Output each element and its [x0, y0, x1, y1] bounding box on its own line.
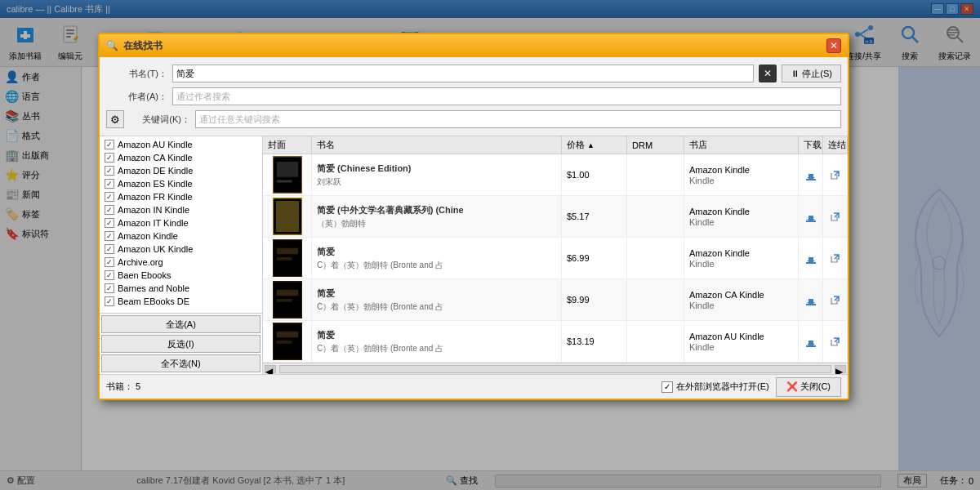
book-thumbnail	[273, 239, 302, 277]
results-list[interactable]: 简爱 (Chinese Edition) 刘宋跃 $1.00 Amazon Ki…	[263, 154, 848, 363]
col-header-title[interactable]: 书名	[312, 136, 562, 154]
svg-rect-48	[806, 220, 816, 222]
result-store-3: Amazon Kindle Kindle	[684, 238, 799, 278]
result-download-4[interactable]	[799, 279, 823, 320]
store-item[interactable]: ✓ Amazon IT Kindle	[101, 216, 261, 229]
store-label: Amazon Kindle	[118, 231, 178, 241]
store-label: Amazon ES Kindle	[118, 179, 193, 189]
store-checkbox[interactable]: ✓	[105, 296, 114, 306]
result-store-1: Amazon Kindle Kindle	[684, 154, 799, 195]
result-row[interactable]: 简爱 (中外文学名著典藏系列) (Chine （英）勃朗特 $5.17 Amaz…	[263, 196, 848, 238]
book-count: 书籍： 5	[106, 381, 140, 393]
col-header-drm[interactable]: DRM	[627, 136, 684, 154]
store-checkbox[interactable]: ✓	[105, 192, 114, 202]
store-item[interactable]: ✓ Amazon IN Kindle	[101, 203, 261, 216]
col-header-download[interactable]: 下载	[799, 136, 823, 154]
result-link-4[interactable]	[823, 279, 848, 320]
store-label: Amazon AU Kindle	[118, 140, 193, 149]
scroll-left-btn[interactable]: ◀	[265, 365, 276, 373]
search-online-modal: 🔍 在线找书 ✕ 书名(T)： ✕ ⏸ 停止(S) 作者(A)： 通过作者搜索 …	[98, 33, 849, 400]
result-drm-1	[627, 154, 684, 195]
col-header-price[interactable]: 价格 ▲	[562, 136, 627, 154]
open-browser-checkbox[interactable]: ✓	[662, 381, 673, 393]
store-item[interactable]: ✓ Amazon UK Kindle	[101, 243, 261, 256]
store-item[interactable]: ✓ Amazon ES Kindle	[101, 177, 261, 190]
svg-rect-50	[276, 248, 297, 255]
modal-close-footer-button[interactable]: ❌ 关闭(C)	[776, 377, 841, 397]
scroll-right-btn[interactable]: ▶	[835, 365, 846, 373]
stop-button[interactable]: ⏸ 停止(S)	[782, 65, 841, 82]
result-cover-2	[263, 196, 312, 237]
result-drm-4	[627, 279, 684, 320]
store-label: Amazon IN Kindle	[118, 205, 189, 215]
store-item[interactable]: ✓ Amazon Kindle	[101, 229, 261, 243]
store-list-scroll[interactable]: ✓ Amazon AU Kindle ✓ Amazon CA Kindle ✓ …	[100, 136, 262, 313]
store-item[interactable]: ✓ Archive.org	[101, 256, 261, 269]
book-author: 刘宋跃	[317, 176, 341, 188]
store-checkbox[interactable]: ✓	[105, 218, 114, 228]
result-row[interactable]: 简爱 (Chinese Edition) 刘宋跃 $1.00 Amazon Ki…	[263, 154, 848, 196]
result-download-5[interactable]	[799, 321, 823, 362]
col-header-link[interactable]: 连结	[823, 136, 848, 154]
svg-rect-58	[276, 332, 297, 338]
horizontal-scroll[interactable]: ◀ ▶	[263, 363, 848, 374]
store-item[interactable]: ✓ Amazon CA Kindle	[101, 151, 261, 164]
store-line2: Kindle	[689, 259, 715, 269]
result-row[interactable]: 简爱 C）着（英）勃朗特 (Bronte and 占 $9.99 Amazon …	[263, 279, 848, 321]
result-row[interactable]: 简爱 C）着（英）勃朗特 (Bronte and 占 $13.19 Amazon…	[263, 321, 848, 363]
deselect-all-stores-button[interactable]: 全不选(N)	[101, 354, 261, 372]
result-title-3: 简爱 C）着（英）勃朗特 (Bronte and 占	[312, 238, 562, 278]
store-item[interactable]: ✓ Amazon FR Kindle	[101, 190, 261, 203]
author-label: 作者(A)：	[106, 91, 167, 103]
svg-rect-59	[276, 341, 292, 344]
book-thumbnail	[273, 281, 302, 318]
open-browser-checkbox-row[interactable]: ✓ 在外部浏览器中打开(E)	[662, 381, 769, 393]
settings-button[interactable]: ⚙	[106, 110, 124, 128]
result-cover-3	[263, 238, 312, 278]
result-link-1[interactable]	[823, 154, 848, 195]
book-title-main: 简爱 (中外文学名著典藏系列) (Chine	[317, 204, 464, 216]
store-checkbox[interactable]: ✓	[105, 179, 114, 189]
modal-close-button[interactable]: ✕	[826, 38, 841, 53]
store-label: Beam EBooks DE	[118, 296, 189, 306]
store-checkbox[interactable]: ✓	[105, 153, 114, 163]
result-link-3[interactable]	[823, 238, 848, 278]
col-header-cover[interactable]: 封面	[263, 136, 312, 154]
store-checkbox[interactable]: ✓	[105, 166, 114, 176]
result-link-2[interactable]	[823, 196, 848, 237]
store-label: Amazon CA Kindle	[118, 153, 193, 163]
store-checkbox[interactable]: ✓	[105, 231, 114, 241]
result-row[interactable]: 简爱 C）着（英）勃朗特 (Bronte and 占 $6.99 Amazon …	[263, 238, 848, 279]
svg-rect-60	[806, 345, 816, 347]
book-name-label: 书名(T)：	[106, 68, 167, 80]
store-checkbox[interactable]: ✓	[105, 283, 114, 293]
col-header-store[interactable]: 书店	[684, 136, 799, 154]
scroll-track[interactable]	[279, 365, 831, 373]
store-item[interactable]: ✓ Barnes and Noble	[101, 282, 261, 295]
store-item[interactable]: ✓ Amazon AU Kindle	[101, 138, 261, 151]
clear-book-name-button[interactable]: ✕	[759, 65, 777, 82]
result-download-3[interactable]	[799, 238, 823, 278]
store-item[interactable]: ✓ Amazon DE Kindle	[101, 164, 261, 177]
invert-stores-button[interactable]: 反选(I)	[101, 335, 261, 353]
store-label: Archive.org	[118, 257, 163, 267]
svg-rect-55	[276, 299, 292, 302]
result-download-2[interactable]	[799, 196, 823, 237]
select-all-stores-button[interactable]: 全选(A)	[101, 315, 261, 333]
store-line1: Amazon Kindle	[689, 165, 750, 175]
result-download-1[interactable]	[799, 154, 823, 195]
store-label: Amazon UK Kindle	[118, 244, 193, 254]
store-item[interactable]: ✓ Beam EBooks DE	[101, 295, 261, 308]
modal-title-icon: 🔍	[106, 40, 118, 51]
results-header: 封面 书名 价格 ▲ DRM 书店	[263, 136, 848, 154]
store-checkbox[interactable]: ✓	[105, 270, 114, 280]
book-thumbnail	[273, 198, 302, 235]
store-checkbox[interactable]: ✓	[105, 244, 114, 254]
store-item[interactable]: ✓ Baen Ebooks	[101, 269, 261, 282]
keyword-row: ⚙ 关键词(K)： 通过任意关键词搜索	[106, 109, 841, 129]
store-checkbox[interactable]: ✓	[105, 140, 114, 149]
book-name-input[interactable]	[172, 65, 754, 82]
result-link-5[interactable]	[823, 321, 848, 362]
store-checkbox[interactable]: ✓	[105, 257, 114, 267]
store-checkbox[interactable]: ✓	[105, 205, 114, 215]
